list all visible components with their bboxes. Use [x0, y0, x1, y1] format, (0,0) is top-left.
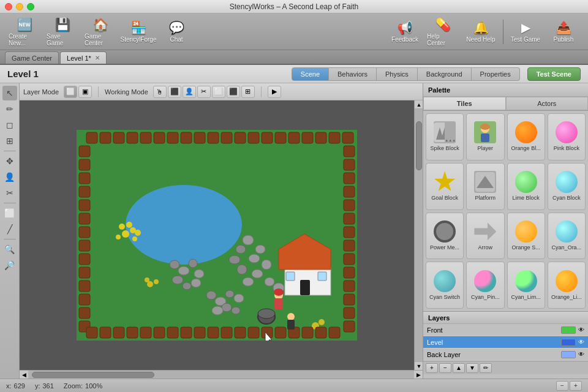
palette-item-cyan-lim[interactable]: Cyan_Lim...	[507, 262, 545, 309]
palette-item-power-me[interactable]: Power Me...	[426, 213, 464, 260]
rect-tool[interactable]: ⬜	[2, 206, 17, 221]
close-button[interactable]	[5, 3, 12, 10]
cut-tool[interactable]: ✂	[2, 186, 17, 200]
working-mode-btn-4[interactable]: ✂	[197, 86, 211, 98]
tab-level[interactable]: Level 1* ✕	[60, 51, 107, 64]
layer-down-button[interactable]: ▼	[466, 363, 478, 373]
layer-mode-btn-1[interactable]: ⬜	[64, 86, 77, 98]
tab-close-icon[interactable]: ✕	[95, 55, 100, 61]
layer-back-eye[interactable]: 👁	[578, 351, 584, 358]
play-button[interactable]: ▶	[268, 86, 281, 98]
palette-item-orange-bl[interactable]: Orange Bl...	[507, 113, 545, 160]
palette-tab-actors[interactable]: Actors	[506, 97, 589, 110]
svg-point-106	[232, 307, 240, 314]
palette-item-orange-li[interactable]: Orange_Li...	[548, 262, 586, 309]
svg-rect-51	[344, 173, 355, 184]
layer-front[interactable]: Front 👁	[423, 324, 588, 336]
eraser-tool[interactable]: ◻	[2, 118, 17, 132]
feedback-label: Feedback	[391, 36, 418, 43]
select-tool[interactable]: ↖	[2, 86, 17, 100]
stencyl-forge-button[interactable]: 🏪 StencylForge	[120, 16, 157, 48]
palette-item-goal-block[interactable]: Goal Block	[426, 163, 464, 210]
svg-point-116	[274, 288, 284, 296]
actor-tool[interactable]: 👤	[2, 170, 17, 184]
layer-level-eye[interactable]: 👁	[578, 339, 584, 345]
palette-item-cyan-switch[interactable]: Cyan Switch	[426, 262, 464, 309]
save-game-button[interactable]: 💾 Save Game	[44, 16, 81, 48]
publish-button[interactable]: 📤 Publish	[545, 16, 582, 48]
tab-background[interactable]: Background	[418, 67, 472, 81]
palette-item-cyan-block[interactable]: Cyan Block	[548, 163, 586, 210]
horizontal-scrollbar-thumb[interactable]	[32, 372, 154, 378]
working-mode-btn-3[interactable]: 👤	[183, 86, 196, 98]
minimize-button[interactable]	[16, 3, 23, 10]
vertical-scrollbar-thumb[interactable]	[416, 121, 422, 170]
zoom-decrease-button[interactable]: −	[556, 381, 568, 391]
palette-item-lime-block[interactable]: Lime Block	[507, 163, 545, 210]
tab-game-center[interactable]: Game Center	[5, 51, 59, 64]
layer-level[interactable]: Level 👁	[423, 336, 588, 349]
scene-canvas[interactable]	[20, 100, 414, 370]
scroll-up-button[interactable]: ▲	[415, 100, 423, 109]
fill-tool[interactable]: ⊞	[2, 134, 17, 148]
working-mode-btn-5[interactable]: ⬜	[212, 86, 225, 98]
layer-mode-btn-2[interactable]: ▣	[78, 86, 92, 98]
svg-rect-17	[113, 132, 124, 143]
toolbar: 🆕 Create New... 💾 Save Game 🏠 Game Cente…	[0, 13, 588, 50]
maximize-button[interactable]	[27, 3, 34, 10]
palette-item-cyan-pin[interactable]: Cyan_Pin...	[466, 262, 504, 309]
help-center-button[interactable]: 💊 Help Center	[424, 16, 461, 48]
layer-front-eye[interactable]: 👁	[578, 326, 584, 333]
svg-point-94	[178, 266, 189, 275]
svg-rect-65	[113, 327, 124, 338]
pencil-tool[interactable]: ✏	[2, 102, 17, 116]
palette-item-player[interactable]: Player	[466, 113, 504, 160]
cyan-pin-label: Cyan_Pin...	[471, 294, 500, 301]
zoom-increase-button[interactable]: +	[570, 381, 582, 391]
scroll-left-button[interactable]: ◀	[20, 371, 28, 379]
tab-properties[interactable]: Properties	[472, 67, 520, 81]
layer-add-button[interactable]: +	[426, 363, 438, 373]
horizontal-scrollbar[interactable]: ◀ ▶	[20, 370, 423, 379]
move-tool[interactable]: ✥	[2, 154, 17, 168]
palette-item-platform[interactable]: Platform	[466, 163, 504, 210]
palette-item-orange-s[interactable]: Orange S...	[507, 213, 545, 260]
working-mode-btn-7[interactable]: ⊞	[241, 86, 255, 98]
layer-up-button[interactable]: ▲	[453, 363, 465, 373]
layer-back[interactable]: Back Layer 👁	[423, 349, 588, 361]
layer-edit-button[interactable]: ✏	[480, 363, 492, 373]
line-tool[interactable]: ╱	[2, 222, 17, 236]
cyan-ora-label: Cyan_Ora...	[552, 244, 582, 251]
zoom-in-tool[interactable]: 🔍	[2, 242, 17, 257]
palette-item-pink-block[interactable]: Pink Block	[548, 113, 586, 160]
game-center-button[interactable]: 🏠 Game Center	[82, 16, 119, 48]
scroll-right-button[interactable]: ▶	[414, 371, 423, 379]
test-game-button[interactable]: ▶ Test Game	[507, 16, 544, 48]
test-scene-button[interactable]: Test Scene	[527, 67, 581, 81]
feedback-button[interactable]: 📢 Feedback	[386, 16, 423, 48]
tab-scene[interactable]: Scene	[292, 67, 329, 81]
save-game-icon: 💾	[55, 17, 70, 32]
palette-item-spike-block[interactable]: Spike Block	[426, 113, 464, 160]
working-mode-btn-1[interactable]: 🖱	[153, 86, 167, 98]
palette-tab-tiles[interactable]: Tiles	[423, 97, 506, 110]
palette-item-arrow[interactable]: Arrow	[466, 213, 504, 260]
vertical-scrollbar[interactable]: ▲ ▼	[414, 100, 423, 370]
svg-rect-28	[262, 132, 273, 143]
tab-physics[interactable]: Physics	[377, 67, 418, 81]
scroll-down-button[interactable]: ▼	[415, 361, 423, 370]
level-bar: Level 1 Scene Behaviors Physics Backgrou…	[0, 65, 588, 83]
status-x: x: 629	[6, 382, 25, 390]
palette-grid: Spike Block Player Orange Bl... Pink Blo…	[423, 111, 588, 311]
svg-point-12	[145, 277, 149, 282]
working-mode-btn-2[interactable]: ⬛	[168, 86, 181, 98]
chat-icon: 💬	[169, 20, 184, 35]
zoom-out-tool[interactable]: 🔎	[2, 258, 17, 273]
tab-behaviors[interactable]: Behaviors	[329, 67, 377, 81]
working-mode-btn-6[interactable]: ⬛	[227, 86, 240, 98]
palette-item-cyan-ora[interactable]: Cyan_Ora...	[548, 213, 586, 260]
need-help-button[interactable]: 🔔 Need Help	[462, 16, 499, 48]
layer-remove-button[interactable]: −	[439, 363, 451, 373]
create-new-button[interactable]: 🆕 Create New...	[6, 16, 43, 48]
chat-button[interactable]: 💬 Chat	[158, 16, 195, 48]
